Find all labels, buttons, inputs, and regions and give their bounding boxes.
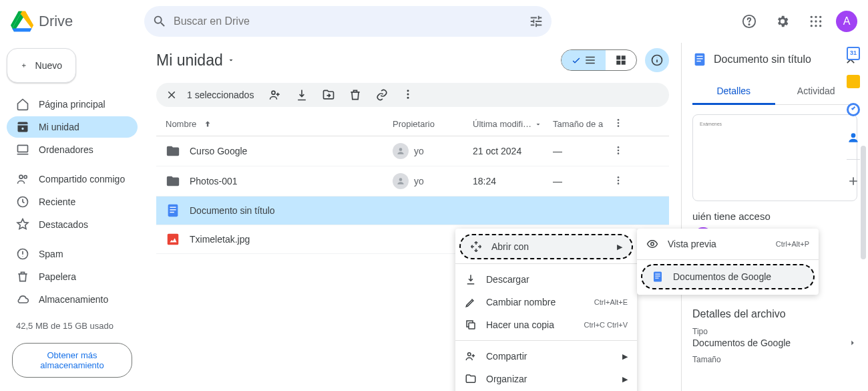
sidebar-item-label: Mi unidad	[39, 122, 79, 132]
search-options-icon[interactable]	[529, 14, 544, 29]
svg-point-32	[618, 146, 620, 148]
svg-point-10	[819, 20, 821, 22]
type-label: Tipo	[692, 327, 857, 336]
sidebar-item-storage[interactable]: Almacenamiento	[7, 289, 138, 310]
sidebar-item-mydrive[interactable]: Mi unidad	[7, 116, 138, 138]
share-icon	[465, 350, 477, 362]
sidebar-item-spam[interactable]: Spam	[7, 243, 138, 265]
shortcut: Ctrl+Alt+P	[776, 240, 809, 248]
share-icon[interactable]	[268, 88, 282, 102]
settings-icon[interactable]	[769, 8, 796, 35]
menu-label: Compartir	[486, 351, 527, 362]
search-input[interactable]	[167, 15, 529, 27]
col-name[interactable]: Nombre	[166, 119, 196, 129]
sidebar-item-home[interactable]: Página principal	[7, 94, 138, 115]
table-header: Nombre Propietario Última modifi… Tamaño…	[156, 112, 669, 136]
file-size: —	[553, 146, 613, 156]
move-icon[interactable]	[322, 88, 335, 102]
submenu-preview[interactable]: Vista previaCtrl+Alt+P	[637, 233, 819, 255]
submenu-google-docs[interactable]: Documentos de Google	[641, 264, 815, 289]
table-row[interactable]: Documento sin título	[156, 197, 669, 225]
open-with-submenu: Vista previaCtrl+Alt+P Documentos de Goo…	[637, 229, 819, 295]
pencil-icon	[465, 296, 477, 308]
file-preview[interactable]: Exámenes	[692, 114, 857, 201]
menu-open-with[interactable]: Abrir con ▶	[459, 234, 633, 259]
logo-area[interactable]: Drive	[11, 10, 144, 33]
contacts-icon[interactable]	[847, 131, 860, 144]
svg-point-26	[407, 94, 409, 96]
menu-rename[interactable]: Cambiar nombreCtrl+Alt+E	[455, 291, 637, 313]
menu-copy[interactable]: Hacer una copiaCtrl+C Ctrl+V	[455, 313, 637, 336]
sidebar-item-starred[interactable]: Destacados	[7, 214, 138, 235]
svg-point-5	[811, 16, 813, 18]
search-bar[interactable]	[144, 6, 552, 37]
info-button[interactable]	[645, 48, 669, 72]
tab-details[interactable]: Detalles	[692, 79, 775, 105]
list-icon	[584, 54, 596, 66]
new-button-label: Nuevo	[35, 60, 62, 71]
help-icon[interactable]	[736, 8, 763, 35]
more-icon[interactable]	[613, 118, 624, 128]
computer-icon	[16, 143, 29, 156]
add-addon-icon[interactable]	[847, 174, 860, 190]
more-icon[interactable]	[402, 88, 414, 100]
file-size: —	[553, 176, 613, 186]
apps-icon[interactable]	[803, 8, 829, 35]
page-title[interactable]: Mi unidad	[156, 51, 235, 70]
calendar-icon[interactable]: 31	[847, 47, 860, 60]
grid-view-button[interactable]	[606, 50, 636, 70]
page-title-text: Mi unidad	[156, 51, 223, 70]
search-icon	[152, 14, 167, 29]
col-modified[interactable]: Última modifi…	[473, 119, 531, 129]
svg-point-57	[851, 133, 856, 138]
new-button[interactable]: Nuevo	[7, 48, 76, 83]
svg-point-34	[618, 152, 620, 154]
menu-organize[interactable]: Organizar▶	[455, 368, 637, 390]
star-icon	[16, 218, 29, 231]
svg-rect-14	[18, 145, 28, 152]
sidebar-item-label: Almacenamiento	[39, 294, 108, 305]
link-icon[interactable]	[375, 88, 389, 102]
menu-download[interactable]: Descargar	[455, 268, 637, 291]
svg-point-36	[618, 176, 620, 178]
table-row[interactable]: Curso Google yo 21 oct 2024 —	[156, 136, 669, 166]
sidebar-item-recent[interactable]: Reciente	[7, 191, 138, 213]
folder-icon	[166, 174, 180, 188]
more-icon[interactable]	[613, 175, 624, 186]
download-icon[interactable]	[295, 88, 308, 102]
type-value: Documentos de Google	[692, 338, 791, 348]
arrow-up-icon[interactable]	[203, 120, 212, 129]
chevron-right-icon: ▶	[617, 243, 622, 251]
sidebar-item-computers[interactable]: Ordenadores	[7, 139, 138, 160]
drive-icon	[16, 120, 29, 134]
svg-point-6	[815, 16, 817, 18]
svg-point-27	[407, 97, 409, 99]
file-name: Curso Google	[190, 146, 247, 156]
chevron-down-icon[interactable]	[534, 120, 542, 128]
menu-share[interactable]: Compartir▶	[455, 345, 637, 368]
close-icon[interactable]	[166, 89, 178, 101]
sidebar-item-trash[interactable]: Papelera	[7, 266, 138, 287]
delete-icon[interactable]	[349, 88, 362, 102]
chevron-right-icon: ▶	[622, 375, 628, 384]
sidebar-item-label: Reciente	[39, 197, 75, 207]
table-row[interactable]: Photos-001 yo 18:24 —	[156, 166, 669, 197]
more-icon[interactable]	[613, 145, 624, 156]
list-view-button[interactable]	[562, 50, 606, 70]
col-owner[interactable]: Propietario	[393, 119, 473, 129]
keep-icon[interactable]	[847, 75, 860, 88]
account-avatar[interactable]: A	[836, 11, 857, 32]
sidebar-item-shared[interactable]: Compartido conmigo	[7, 168, 138, 190]
owner-name: yo	[414, 176, 424, 186]
get-more-storage-button[interactable]: Obtener más almacenamiento	[12, 343, 132, 378]
tasks-icon[interactable]	[847, 103, 860, 116]
clock-icon	[16, 195, 29, 209]
chevron-down-icon	[227, 56, 235, 64]
view-toggle[interactable]	[561, 49, 637, 71]
svg-point-12	[815, 25, 817, 27]
col-size[interactable]: Tamaño de a	[553, 119, 613, 129]
chevron-right-icon[interactable]	[848, 338, 857, 348]
owner-avatar	[393, 143, 409, 159]
shortcut: Ctrl+C Ctrl+V	[584, 321, 628, 329]
main-content: Mi unidad 1 seleccionados	[144, 43, 681, 391]
